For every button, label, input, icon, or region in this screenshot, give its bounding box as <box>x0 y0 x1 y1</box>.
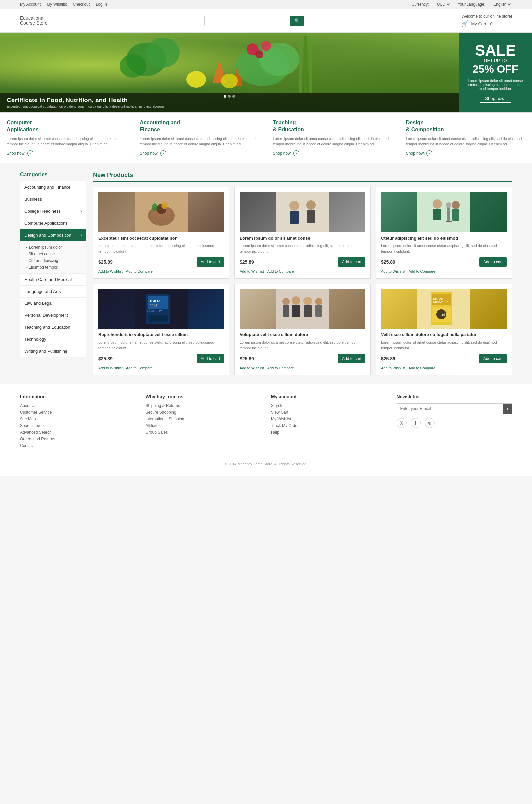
compare-link-6[interactable]: Add to Compare <box>408 366 435 370</box>
footer-link-sitemap[interactable]: Site Map <box>20 417 136 421</box>
add-to-cart-3[interactable]: Add to cart <box>479 257 507 267</box>
sidebar-item-computer[interactable]: Computer Applications <box>20 217 86 229</box>
sidebar-list: Accounting and Finance Business College … <box>20 181 87 358</box>
svg-point-46 <box>303 296 312 305</box>
top-bar: My Account My Wishlist Checkout Log In C… <box>0 0 532 9</box>
sidebar-item-law[interactable]: Law and Legal <box>20 297 86 310</box>
top-nav-wishlist[interactable]: My Wishlist <box>46 2 67 7</box>
footer: Information About Us Customer Service Si… <box>0 384 532 476</box>
feature-teaching-link[interactable]: Shop now! › <box>273 150 392 157</box>
feature-design-link[interactable]: Shop now! › <box>406 150 525 157</box>
top-nav-account[interactable]: My Account <box>20 2 41 7</box>
wishlist-link-3[interactable]: Add to Wishlist <box>381 269 405 273</box>
footer-link-advanced[interactable]: Advanced Search <box>20 430 136 435</box>
search-bar: 🔍 <box>205 16 304 26</box>
sidebar-item-business[interactable]: Business <box>20 193 86 205</box>
chevron-down-icon: ▾ <box>80 233 82 237</box>
svg-point-27 <box>433 199 442 209</box>
sidebar-item-writing[interactable]: Writing and Publishing <box>20 345 86 357</box>
currency-select[interactable]: USD <box>436 2 451 7</box>
footer-link-mywishlist[interactable]: My Wishlist <box>271 417 387 421</box>
add-to-cart-1[interactable]: Add to cart <box>197 257 224 267</box>
footer-link-group[interactable]: Group Sales <box>146 430 261 435</box>
footer-link-about[interactable]: About Us <box>20 403 136 408</box>
product-desc-6: Lorem ipsum dolor sit amet conse ctetur … <box>381 340 507 351</box>
footer-link-contact[interactable]: Contact <box>20 443 136 448</box>
logo[interactable]: Educational Course Store <box>20 16 47 26</box>
feature-computer-link[interactable]: Shop now! › <box>7 150 126 157</box>
footer-link-signin[interactable]: Sign In <box>271 403 387 408</box>
hero-banner: Certificate in Food, Nutrition, and Heal… <box>0 33 532 112</box>
search-input[interactable] <box>205 16 290 25</box>
compare-link-5[interactable]: Add to Compare <box>267 366 294 370</box>
sidebar-item-accounting[interactable]: Accounting and Finance <box>20 181 86 193</box>
add-to-cart-6[interactable]: Add to cart <box>479 354 507 363</box>
search-button[interactable]: 🔍 <box>290 16 304 25</box>
dot-2[interactable] <box>228 95 231 97</box>
add-to-cart-5[interactable]: Add to cart <box>338 354 365 363</box>
footer-link-trackorder[interactable]: Track My Order <box>271 423 387 428</box>
cart-icon: 🛒 <box>461 20 469 27</box>
compare-link-3[interactable]: Add to Compare <box>408 269 435 273</box>
dot-3[interactable] <box>232 95 235 97</box>
sale-desc: Lorem ipsum dolor sit amet conse ctetur … <box>466 78 525 91</box>
banner-title: Certificate in Food, Nutrition, and Heal… <box>7 96 452 104</box>
add-to-cart-4[interactable]: Add to cart <box>197 354 224 363</box>
wishlist-link-1[interactable]: Add to Wishlist <box>98 269 123 273</box>
arrow-icon: › <box>426 150 432 157</box>
footer-link-orders[interactable]: Orders and Returns <box>20 437 136 441</box>
products-area: New Products Excepteur sint occaecat cup… <box>93 172 512 376</box>
dot-1[interactable] <box>224 95 226 97</box>
newsletter-submit[interactable]: › <box>504 404 512 414</box>
cart-area[interactable]: 🛒 My Cart: 0 <box>461 20 512 27</box>
sidebar-item-college[interactable]: College Readiness ▾ <box>20 205 86 217</box>
feature-teaching: Teaching& Education Lorem ipsum dolor si… <box>266 113 399 163</box>
svg-rect-45 <box>292 305 300 317</box>
footer-link-intl-shipping[interactable]: International Shipping <box>146 417 261 421</box>
rss-icon[interactable]: ⊕ <box>424 418 435 428</box>
product-price-5: $25.89 <box>240 356 254 361</box>
footer-link-service[interactable]: Customer Service <box>20 410 136 415</box>
sidebar-item-design[interactable]: Design and Composition ▾ <box>20 229 86 241</box>
svg-rect-10 <box>304 36 307 92</box>
sidebar-item-healthcare[interactable]: Health Care and Medical <box>20 274 86 286</box>
svg-text:SECURITY: SECURITY <box>433 300 448 304</box>
top-nav-checkout[interactable]: Checkout <box>73 2 90 7</box>
product-price-4: $25.89 <box>98 356 113 361</box>
footer-info-title: Information <box>20 394 136 399</box>
product-links-1: Add to Wishlist Add to Compare <box>98 269 224 273</box>
top-nav-login[interactable]: Log In <box>96 2 107 7</box>
twitter-icon[interactable]: 𝕏 <box>397 418 407 428</box>
footer-link-shipping[interactable]: Shipping & Returns <box>146 403 261 408</box>
wishlist-link-6[interactable]: Add to Wishlist <box>381 366 405 370</box>
wishlist-link-5[interactable]: Add to Wishlist <box>240 366 264 370</box>
wishlist-link-4[interactable]: Add to Wishlist <box>98 366 123 370</box>
wishlist-link-2[interactable]: Add to Wishlist <box>240 269 264 273</box>
product-title-5: Voluptate velit esse cillum dolore <box>240 332 365 338</box>
product-title-6: Velit esse cillum dolore eu fugiat nulla… <box>381 332 507 338</box>
facebook-icon[interactable]: f <box>411 418 421 428</box>
feature-accounting-link[interactable]: Shop now! › <box>140 150 259 157</box>
footer-link-secure[interactable]: Secure Shopping <box>146 410 261 415</box>
newsletter-input[interactable] <box>397 404 504 414</box>
footer-link-help[interactable]: Help <box>271 430 387 435</box>
sidebar-item-language[interactable]: Language and Arts <box>20 286 86 297</box>
compare-link-1[interactable]: Add to Compare <box>126 269 153 273</box>
submenu-item-4[interactable]: Eiusmod tempor <box>26 264 82 271</box>
footer-link-viewcart[interactable]: View Cart <box>271 410 387 415</box>
footer-grid: Information About Us Customer Service Si… <box>20 394 512 450</box>
svg-point-31 <box>446 202 451 208</box>
footer-link-affiliates[interactable]: Affiliates <box>146 423 261 428</box>
compare-link-2[interactable]: Add to Compare <box>267 269 294 273</box>
sidebar-item-personal[interactable]: Personal Development <box>20 310 86 322</box>
sidebar-item-teaching[interactable]: Teaching and Education <box>20 322 86 333</box>
footer-link-search[interactable]: Search Terms <box>20 423 136 428</box>
add-to-cart-2[interactable]: Add to cart <box>338 257 365 267</box>
submenu-item-3[interactable]: Ctetur adipiscing <box>26 257 82 264</box>
submenu-item-2[interactable]: Sit amet conse <box>26 251 82 257</box>
sidebar-item-technology[interactable]: Technology <box>20 333 86 345</box>
shop-now-button[interactable]: Shop now! <box>480 94 511 103</box>
compare-link-4[interactable]: Add to Compare <box>126 366 153 370</box>
language-select[interactable]: English <box>492 2 512 7</box>
submenu-item-1[interactable]: Lorem ipsum dolor <box>26 244 82 251</box>
